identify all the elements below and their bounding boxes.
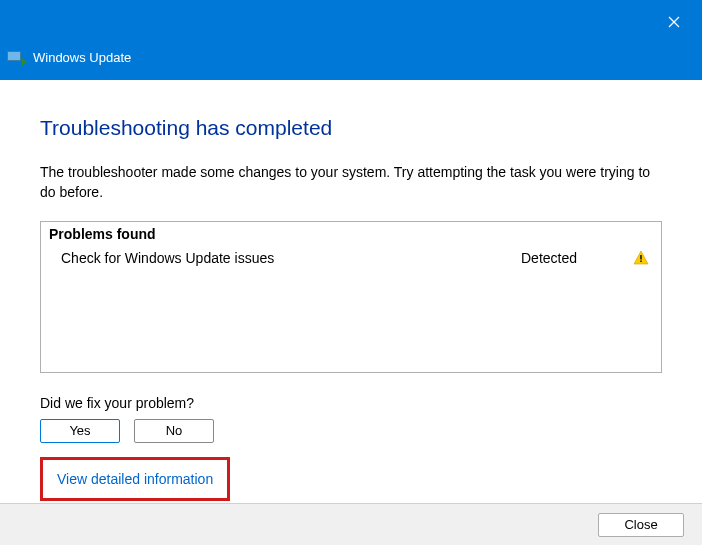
problem-status: Detected [521, 250, 621, 266]
feedback-section: Did we fix your problem? Yes No [40, 395, 662, 443]
dialog-header: Windows Update [0, 0, 702, 80]
dialog-footer: Close [0, 503, 702, 545]
feedback-question: Did we fix your problem? [40, 395, 662, 411]
svg-rect-4 [640, 260, 641, 262]
close-icon[interactable] [660, 8, 688, 36]
yes-button[interactable]: Yes [40, 419, 120, 443]
header-title-row: Windows Update [7, 50, 131, 65]
feedback-buttons: Yes No [40, 419, 662, 443]
problem-name: Check for Windows Update issues [61, 250, 521, 266]
problems-found-box: Problems found Check for Windows Update … [40, 221, 662, 373]
header-title: Windows Update [33, 50, 131, 65]
view-detailed-link[interactable]: View detailed information [57, 471, 213, 487]
warning-icon [633, 250, 649, 266]
svg-rect-3 [640, 255, 641, 260]
no-button[interactable]: No [134, 419, 214, 443]
problems-found-header: Problems found [41, 222, 661, 248]
page-description: The troubleshooter made some changes to … [40, 162, 662, 203]
windows-update-icon [7, 51, 25, 65]
close-button[interactable]: Close [598, 513, 684, 537]
problem-row: Check for Windows Update issues Detected [41, 248, 661, 268]
dialog-content: Troubleshooting has completed The troubl… [0, 80, 702, 501]
view-detailed-highlight: View detailed information [40, 457, 230, 501]
page-heading: Troubleshooting has completed [40, 116, 662, 140]
